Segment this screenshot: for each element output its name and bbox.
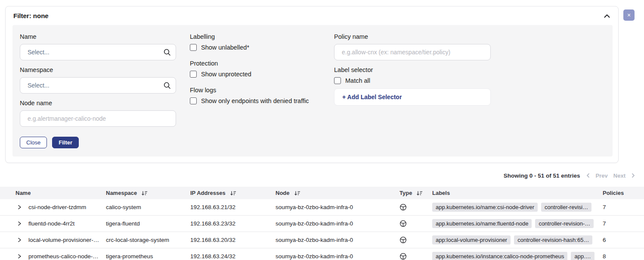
label-chip: app:local-volume-provisioner: [432, 235, 511, 244]
endpoint-name[interactable]: local-volume-provisioner-…: [28, 237, 99, 243]
endpoints-table: Name Namespace IP Addresses Node Type La…: [0, 187, 644, 260]
table-row: fluentd-node-4rr2t tigera-fluentd 192.16…: [0, 216, 644, 232]
table-row: csi-node-driver-tzdmm calico-system 192.…: [0, 199, 644, 216]
endpoint-ip: 192.168.63.24/32: [190, 253, 235, 260]
node-name-input[interactable]: [20, 110, 176, 127]
checkbox-icon: [334, 77, 341, 84]
expand-row-icon[interactable]: [15, 253, 23, 260]
chevron-up-icon: [604, 14, 610, 18]
endpoint-ip: 192.168.63.20/32: [190, 237, 235, 243]
pod-icon: [399, 236, 407, 244]
column-header-policies: Policies: [600, 190, 644, 196]
column-header-namespace[interactable]: Namespace: [106, 190, 190, 196]
expand-row-icon[interactable]: [15, 204, 23, 211]
policies-count: 8: [603, 253, 606, 260]
filter-column-right: Policy name Label selector Match all + A…: [334, 25, 491, 106]
label-chip: app.…: [571, 252, 594, 260]
show-unprotected-label: Show unprotected: [201, 71, 251, 78]
namespace-field-label: Namespace: [20, 66, 176, 73]
endpoint-node: soumya-bz-0zbo-kadm-infra-0: [276, 237, 353, 243]
filter-form: Name Namespace Node name: [12, 25, 613, 157]
endpoint-node: soumya-bz-0zbo-kadm-infra-0: [276, 220, 353, 227]
endpoint-namespace: tigera-prometheus: [106, 253, 153, 260]
endpoint-namespace: calico-system: [106, 204, 141, 210]
show-unlabelled-label: Show unlabelled*: [201, 44, 249, 51]
endpoint-ip: 192.168.63.23/32: [190, 220, 235, 227]
endpoint-node: soumya-bz-0zbo-kadm-infra-0: [276, 204, 353, 210]
close-panel-x-button[interactable]: ×: [623, 9, 635, 21]
endpoint-name[interactable]: fluentd-node-4rr2t: [28, 220, 74, 227]
sort-icon: [230, 190, 236, 196]
next-chevron-icon[interactable]: [631, 173, 635, 178]
endpoint-name[interactable]: csi-node-driver-tzdmm: [28, 204, 86, 210]
name-select-input[interactable]: [20, 44, 176, 60]
policy-name-input[interactable]: [334, 44, 491, 60]
show-unlabelled-checkbox[interactable]: Show unlabelled*: [190, 44, 332, 51]
filter-column-left: Name Namespace Node name: [20, 25, 176, 148]
label-chip: app.kubernetes.io/name:csi-node-driver: [432, 203, 538, 212]
checkbox-icon: [190, 44, 197, 51]
column-header-labels: Labels: [432, 190, 600, 196]
endpoint-ip: 192.168.63.21/32: [190, 204, 235, 210]
column-header-type[interactable]: Type: [399, 190, 432, 196]
checkbox-icon: [190, 97, 197, 104]
label-selector-section-label: Label selector: [334, 66, 491, 73]
namespace-select-input[interactable]: [20, 77, 176, 94]
entries-summary: Showing 0 - 51 of 51 entries: [504, 172, 580, 179]
label-chip: controller-revision-…: [535, 219, 594, 228]
policies-count: 7: [603, 220, 606, 227]
collapse-panel-button[interactable]: [602, 11, 612, 21]
prev-page-link[interactable]: Prev: [596, 172, 608, 179]
flow-logs-section-label: Flow logs: [190, 87, 332, 94]
pod-icon: [399, 220, 407, 227]
label-chip: controller-revision-hash:65…: [514, 235, 592, 244]
pod-icon: [399, 253, 407, 260]
table-row: prometheus-calico-node-… tigera-promethe…: [0, 248, 644, 260]
pagination-bar: Showing 0 - 51 of 51 entries Prev Next: [504, 171, 635, 180]
add-label-selector-label: + Add Label Selector: [342, 94, 402, 100]
filter-title: Filter: none: [13, 12, 49, 19]
endpoint-node: soumya-bz-0zbo-kadm-infra-0: [276, 253, 353, 260]
show-unprotected-checkbox[interactable]: Show unprotected: [190, 71, 332, 78]
name-field-label: Name: [20, 33, 176, 40]
pod-icon: [399, 204, 407, 211]
policy-name-field-label: Policy name: [334, 33, 491, 40]
filter-button[interactable]: Filter: [52, 137, 79, 148]
label-chip: app.kubernetes.io/instance:calico-node-p…: [432, 252, 567, 260]
node-name-field-label: Node name: [20, 100, 176, 107]
endpoint-name[interactable]: prometheus-calico-node-…: [28, 253, 99, 260]
column-header-node[interactable]: Node: [276, 190, 399, 196]
table-header-row: Name Namespace IP Addresses Node Type La…: [0, 187, 644, 199]
denied-traffic-label: Show only endpoints with denied traffic: [201, 97, 309, 104]
sort-icon: [416, 190, 423, 196]
column-header-ip-addresses[interactable]: IP Addresses: [190, 190, 276, 196]
match-all-checkbox[interactable]: Match all: [334, 77, 491, 84]
endpoint-namespace: tigera-fluentd: [106, 220, 140, 227]
checkbox-icon: [190, 71, 197, 78]
prev-chevron-icon[interactable]: [586, 173, 590, 178]
filter-panel: Filter: none Name Namespace: [5, 6, 619, 163]
protection-section-label: Protection: [190, 60, 332, 67]
pager: Prev Next: [586, 172, 635, 179]
next-page-link[interactable]: Next: [613, 172, 625, 179]
filter-column-middle: Labelling Show unlabelled* Protection Sh…: [190, 25, 332, 104]
filter-panel-header: Filter: none: [6, 6, 618, 25]
expand-row-icon[interactable]: [15, 236, 23, 244]
column-header-name[interactable]: Name: [0, 190, 106, 196]
add-label-selector-button[interactable]: + Add Label Selector: [334, 88, 491, 106]
policies-count: 6: [603, 237, 606, 243]
match-all-label: Match all: [345, 77, 370, 84]
sort-icon: [294, 190, 300, 196]
label-chip: controller-revisi…: [541, 203, 591, 212]
expand-row-icon[interactable]: [15, 220, 23, 228]
label-chip: app.kubernetes.io/name:fluentd-node: [432, 219, 532, 228]
labelling-section-label: Labelling: [190, 33, 332, 40]
table-row: local-volume-provisioner-… crc-local-sto…: [0, 232, 644, 248]
endpoint-namespace: crc-local-storage-system: [106, 237, 169, 243]
sort-icon: [141, 190, 148, 196]
close-button[interactable]: Close: [20, 137, 47, 148]
denied-traffic-checkbox[interactable]: Show only endpoints with denied traffic: [190, 97, 332, 104]
policies-count: 7: [603, 204, 606, 210]
